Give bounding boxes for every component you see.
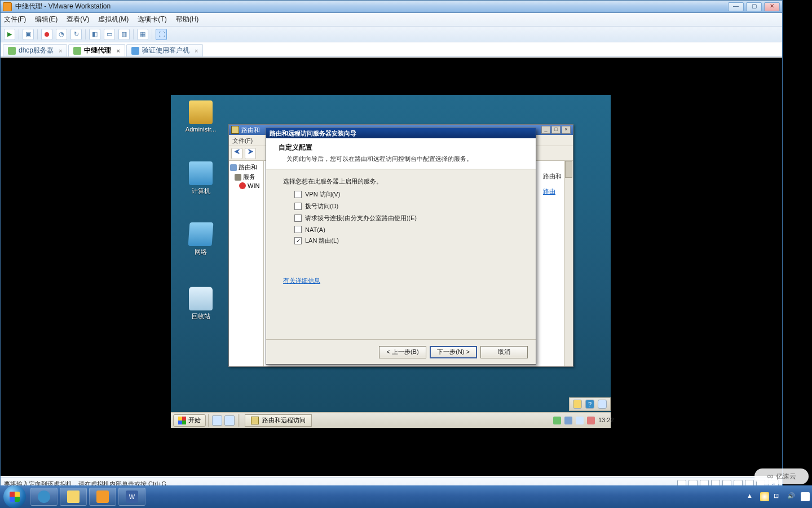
menu-file[interactable]: 文件(F) bbox=[4, 15, 26, 24]
mmc-app-icon bbox=[231, 126, 239, 134]
vmware-titlebar[interactable]: 中继代理 - VMware Workstation — ▢ ✕ bbox=[1, 1, 782, 13]
wizard-heading: 自定义配置 bbox=[279, 143, 523, 152]
icon-label: 网络 bbox=[181, 248, 220, 256]
vmware-title: 中继代理 - VMware Workstation bbox=[15, 2, 111, 11]
minimize-button[interactable]: _ bbox=[541, 126, 550, 134]
close-icon[interactable]: × bbox=[59, 47, 62, 54]
start-orb[interactable] bbox=[3, 485, 26, 508]
network-icon[interactable]: ⊡ bbox=[774, 492, 783, 501]
tray-icon[interactable] bbox=[587, 417, 595, 424]
forward-icon[interactable]: ⮞ bbox=[245, 148, 256, 159]
option-dialup[interactable]: 拨号访问(D) bbox=[294, 202, 519, 211]
option-lan-routing[interactable]: LAN 路由(L) bbox=[294, 237, 519, 245]
checkbox[interactable] bbox=[294, 237, 302, 244]
option-nat[interactable]: NAT(A) bbox=[294, 226, 519, 233]
help-icon[interactable]: ? bbox=[585, 400, 594, 409]
guest-corner-bar: ? bbox=[569, 397, 611, 411]
option-vpn[interactable]: VPN 访问(V) bbox=[294, 190, 519, 199]
tree-win[interactable]: WIN bbox=[239, 182, 262, 189]
menu-vm[interactable]: 虚拟机(M) bbox=[98, 15, 129, 24]
quick-launch bbox=[208, 414, 239, 427]
snapshot-icon[interactable]: ▣ bbox=[23, 29, 34, 40]
menu-edit[interactable]: 编辑(E) bbox=[35, 15, 58, 24]
wizard-subheading: 关闭此向导后，您可以在路由和远程访问控制台中配置选择的服务。 bbox=[286, 155, 523, 163]
checkbox[interactable] bbox=[294, 214, 302, 222]
tab-dhcp[interactable]: dhcp服务器 × bbox=[3, 44, 67, 56]
clock-icon[interactable]: ◔ bbox=[56, 29, 67, 40]
options-icon[interactable] bbox=[598, 400, 607, 409]
close-button[interactable]: × bbox=[562, 126, 571, 134]
vm-icon bbox=[131, 47, 139, 55]
view3-icon[interactable]: ▥ bbox=[118, 29, 130, 40]
start-button[interactable]: 开始 bbox=[173, 414, 206, 427]
checkbox[interactable] bbox=[294, 191, 302, 198]
ime-icon[interactable] bbox=[801, 492, 810, 501]
close-icon[interactable]: × bbox=[116, 47, 120, 54]
separator bbox=[240, 414, 240, 427]
taskbar-word[interactable]: W bbox=[118, 488, 145, 506]
desktop-icon-network[interactable]: 网络 bbox=[181, 222, 220, 256]
option-demand-dial[interactable]: 请求拨号连接(由分支办公室路由使用)(E) bbox=[294, 214, 519, 222]
desktop-icon-admin[interactable]: Administr... bbox=[181, 100, 220, 133]
server-icon bbox=[235, 174, 241, 181]
scroll-thumb[interactable] bbox=[565, 161, 572, 178]
windows-flag-icon bbox=[10, 492, 20, 502]
view1-icon[interactable]: ◧ bbox=[89, 29, 100, 40]
cancel-button[interactable]: 取消 bbox=[480, 346, 528, 358]
minimize-button[interactable]: — bbox=[728, 2, 744, 11]
separator bbox=[37, 29, 38, 40]
guest-desktop[interactable]: Administr... 计算机 网络 回收站 ? bbox=[171, 95, 611, 428]
back-icon[interactable]: ⮜ bbox=[231, 148, 242, 159]
replay-icon[interactable]: ↻ bbox=[70, 29, 82, 40]
checkbox[interactable] bbox=[294, 226, 302, 233]
taskbar-vmware[interactable] bbox=[89, 488, 116, 506]
scrollbar[interactable] bbox=[564, 161, 573, 366]
taskbar-task-rras[interactable]: 路由和远程访问 bbox=[245, 414, 312, 427]
separator bbox=[85, 29, 86, 40]
record-icon[interactable] bbox=[41, 29, 52, 40]
desktop-icon-recycle[interactable]: 回收站 bbox=[181, 287, 220, 321]
tree-server[interactable]: 服务 bbox=[235, 173, 262, 181]
computer-icon bbox=[189, 161, 213, 185]
power-on-icon[interactable]: ▶ bbox=[4, 29, 15, 40]
close-icon[interactable]: × bbox=[195, 47, 198, 54]
maximize-button[interactable]: ▢ bbox=[746, 2, 762, 11]
taskbar-ie[interactable] bbox=[30, 488, 58, 506]
checkbox[interactable] bbox=[294, 203, 302, 210]
tab-label: 中继代理 bbox=[84, 46, 111, 55]
mmc-link[interactable]: 路由 bbox=[543, 188, 555, 195]
ql-icon[interactable] bbox=[212, 415, 222, 426]
more-info-link[interactable]: 有关详细信息 bbox=[283, 277, 320, 285]
maximize-button[interactable]: □ bbox=[551, 126, 561, 134]
guest-taskbar: 开始 路由和远程访问 13:22 bbox=[171, 412, 611, 428]
desktop-icon-computer[interactable]: 计算机 bbox=[181, 161, 220, 195]
tray-icon[interactable] bbox=[553, 417, 561, 424]
wizard-titlebar[interactable]: 路由和远程访问服务器安装向导 bbox=[266, 128, 536, 138]
ql-icon[interactable] bbox=[224, 415, 235, 426]
unity-icon[interactable]: ▦ bbox=[137, 29, 148, 40]
action-center-icon[interactable] bbox=[760, 492, 769, 501]
back-button[interactable]: < 上一步(B) bbox=[379, 346, 426, 358]
tray-icon[interactable] bbox=[564, 417, 572, 424]
lock-icon[interactable] bbox=[573, 400, 582, 409]
tab-relay[interactable]: 中继代理 × bbox=[68, 44, 125, 56]
clock[interactable]: 13:22 bbox=[598, 417, 606, 424]
menu-help[interactable]: 帮助(H) bbox=[176, 15, 199, 24]
vm-icon bbox=[8, 47, 16, 55]
taskbar-explorer[interactable] bbox=[60, 488, 87, 506]
vm-viewport[interactable]: Administr... 计算机 网络 回收站 ? bbox=[1, 58, 782, 476]
view2-icon[interactable]: ▭ bbox=[104, 29, 115, 40]
volume-icon[interactable]: 🔊 bbox=[787, 492, 796, 501]
menu-tabs[interactable]: 选项卡(T) bbox=[138, 15, 166, 24]
tray-icon[interactable] bbox=[576, 417, 584, 424]
next-button[interactable]: 下一步(N) > bbox=[430, 346, 477, 358]
close-button[interactable]: ✕ bbox=[764, 2, 780, 11]
vmware-menubar: 文件(F) 编辑(E) 查看(V) 虚拟机(M) 选项卡(T) 帮助(H) bbox=[1, 13, 782, 27]
vm-icon bbox=[73, 47, 81, 55]
mmc-menu-file[interactable]: 文件(F) bbox=[232, 137, 253, 144]
mmc-tree[interactable]: 路由和 服务 WIN bbox=[229, 161, 264, 366]
tree-root[interactable]: 路由和 bbox=[230, 163, 262, 172]
menu-view[interactable]: 查看(V) bbox=[67, 15, 89, 24]
fullscreen-icon[interactable]: ⛶ bbox=[156, 29, 167, 40]
tab-client[interactable]: 验证使用客户机 × bbox=[126, 44, 203, 56]
